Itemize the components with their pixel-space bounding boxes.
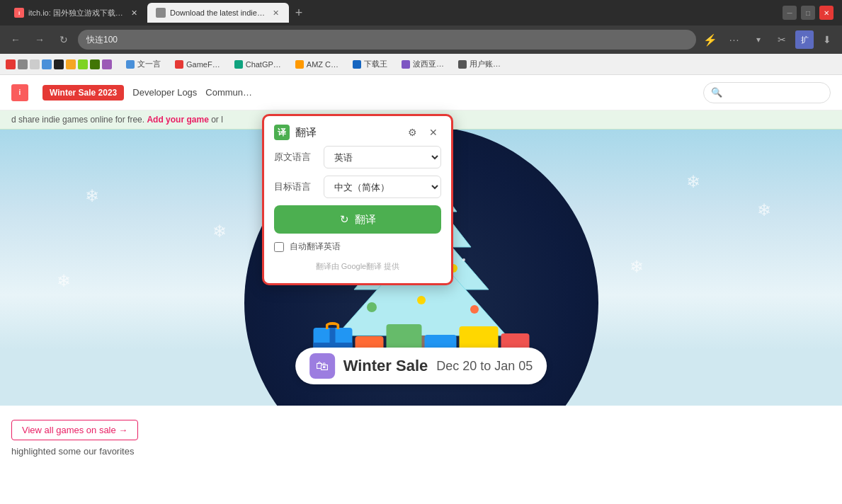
lightning-icon[interactable]: ⚡ xyxy=(700,30,720,50)
bottom-section: View all games on sale → highlighted som… xyxy=(0,406,842,471)
promo-text-after: or l xyxy=(211,115,223,125)
site-search[interactable]: 🔍 xyxy=(703,82,831,103)
translate-header-icons: ⚙ ✕ xyxy=(404,125,441,140)
address-bar[interactable]: 快连100 xyxy=(78,30,696,50)
translate-logo-icon: 译 xyxy=(274,125,290,140)
snowflake-5: ❄ xyxy=(57,271,71,291)
translate-popup: 译 翻译 ⚙ ✕ 原文语言 英语 中文（简体） 日语 韩语 目标语言 xyxy=(262,114,453,285)
address-bar-row: ← → ↻ 快连100 ⚡ ··· ▾ ✂ 扩 ⬇ xyxy=(0,25,842,54)
bookmark-wenyi[interactable]: 文一言 xyxy=(120,57,166,72)
tab-close-download[interactable]: ✕ xyxy=(271,8,280,18)
svg-point-19 xyxy=(462,258,465,261)
bookmark-swatch-5[interactable] xyxy=(54,59,64,69)
add-game-link[interactable]: Add your game xyxy=(147,115,208,125)
source-lang-select[interactable]: 英语 中文（简体） 日语 韩语 xyxy=(324,146,441,168)
scissors-icon[interactable]: ✂ xyxy=(773,30,791,49)
tab-favicon-itch: i xyxy=(14,8,24,18)
page-content: i Winter Sale 2023 Developer Logs Commun… xyxy=(0,75,842,504)
bookmark-chatgpt[interactable]: ChatGP… xyxy=(229,57,287,72)
bookmark-swatch-6[interactable] xyxy=(66,59,76,69)
bookmark-favicon-amz xyxy=(295,60,304,69)
badge-store-icon: 🛍 xyxy=(309,353,335,379)
site-logo: i xyxy=(11,84,28,101)
extension-icon[interactable]: 扩 xyxy=(795,30,814,49)
winter-sale-nav-btn[interactable]: Winter Sale 2023 xyxy=(42,85,124,101)
view-all-games-button[interactable]: View all games on sale → xyxy=(11,420,138,440)
snowflake-2: ❄ xyxy=(686,172,700,192)
bookmark-user[interactable]: 用户账… xyxy=(453,57,506,72)
tab-label-download: Download the latest indie g… xyxy=(170,8,266,17)
site-nav: Winter Sale 2023 Developer Logs Commun… xyxy=(42,85,252,101)
badge-dates: Dec 20 to Jan 05 xyxy=(436,359,533,374)
bookmark-favicon-dlking xyxy=(353,60,361,69)
auto-translate-checkbox[interactable] xyxy=(274,242,284,252)
site-header: i Winter Sale 2023 Developer Logs Commun… xyxy=(0,75,842,110)
snowflake-3: ❄ xyxy=(212,222,227,241)
bookmark-favicon-posiya xyxy=(402,60,410,69)
itch-logo-icon: i xyxy=(11,84,28,101)
tab-label-itch: itch.io: 国外独立游戏下载分享… xyxy=(28,8,125,18)
reload-button[interactable]: ↻ xyxy=(54,30,74,50)
dropdown-button[interactable]: ▾ xyxy=(749,30,768,50)
translate-close-icon[interactable]: ✕ xyxy=(426,125,441,140)
community-link[interactable]: Commun… xyxy=(205,87,252,98)
promo-text: d share indie games online for free. xyxy=(11,115,144,125)
auto-translate-label: 自动翻译英语 xyxy=(290,241,341,253)
target-lang-label: 目标语言 xyxy=(274,181,317,193)
bookmark-download-king[interactable]: 下载王 xyxy=(347,57,393,72)
svg-point-12 xyxy=(470,305,479,314)
translate-logo-area: 译 翻译 xyxy=(274,125,317,140)
snowflake-4: ❄ xyxy=(757,200,771,220)
bookmark-swatch-8[interactable] xyxy=(90,59,100,69)
bookmark-swatch-1[interactable] xyxy=(6,59,16,69)
translate-body: 原文语言 英语 中文（简体） 日语 韩语 目标语言 中文（简体） 英语 日语 韩… xyxy=(264,146,451,253)
window-close[interactable]: ✕ xyxy=(819,6,834,20)
favorites-text: highlighted some our favorites xyxy=(11,446,831,457)
download-icon[interactable]: ⬇ xyxy=(818,30,836,49)
search-icon: 🔍 xyxy=(711,87,722,98)
developer-logs-link[interactable]: Developer Logs xyxy=(132,87,197,98)
winter-sale-badge: 🛍 Winter Sale Dec 20 to Jan 05 xyxy=(295,348,547,384)
svg-point-11 xyxy=(367,302,377,312)
bookmark-swatch-7[interactable] xyxy=(78,59,88,69)
translate-button[interactable]: ↻ 翻译 xyxy=(274,205,441,234)
window-maximize[interactable]: □ xyxy=(801,6,815,20)
bookmark-swatch-3[interactable] xyxy=(30,59,40,69)
bookmark-swatch-4[interactable] xyxy=(42,59,52,69)
svg-point-13 xyxy=(417,296,426,304)
snowflake-1: ❄ xyxy=(85,186,99,206)
tab-download[interactable]: Download the latest indie g… ✕ xyxy=(147,3,289,23)
tab-close-itch[interactable]: ✕ xyxy=(129,8,139,18)
translate-auto-row: 自动翻译英语 xyxy=(274,241,441,253)
translate-title: 翻译 xyxy=(295,126,317,139)
translate-source-row: 原文语言 英语 中文（简体） 日语 韩语 xyxy=(274,146,441,168)
bookmark-posiya[interactable]: 波西亚… xyxy=(396,57,450,72)
bookmark-favicon-gamef xyxy=(175,60,183,69)
bookmark-favicon-wenyi xyxy=(126,60,135,69)
translate-header: 译 翻译 ⚙ ✕ xyxy=(264,116,451,146)
tab-favicon-download xyxy=(156,8,166,18)
bookmark-amz[interactable]: AMZ C… xyxy=(290,57,344,72)
translate-button-icon: ↻ xyxy=(340,213,349,226)
translate-button-label: 翻译 xyxy=(355,213,376,227)
tab-bar: i itch.io: 国外独立游戏下载分享… ✕ Download the la… xyxy=(0,0,842,25)
bookmark-favicon-user xyxy=(458,60,467,69)
forward-button[interactable]: → xyxy=(30,30,50,50)
new-tab-button[interactable]: + xyxy=(289,3,309,23)
source-lang-label: 原文语言 xyxy=(274,151,317,164)
snowflake-6: ❄ xyxy=(630,257,644,277)
window-minimize[interactable]: ─ xyxy=(783,6,797,20)
target-lang-select[interactable]: 中文（简体） 英语 日语 韩语 xyxy=(324,176,441,198)
bookmark-swatch-2[interactable] xyxy=(18,59,28,69)
bookmark-favicon-chatgpt xyxy=(234,60,243,69)
badge-title: Winter Sale xyxy=(343,357,428,375)
bookmark-gamef[interactable]: GameF… xyxy=(169,57,226,72)
back-button[interactable]: ← xyxy=(6,30,25,50)
translate-target-row: 目标语言 中文（简体） 英语 日语 韩语 xyxy=(274,176,441,198)
menu-dots-button[interactable]: ··· xyxy=(724,30,744,50)
bookmark-swatch-9[interactable] xyxy=(102,59,112,69)
tab-itch[interactable]: i itch.io: 国外独立游戏下载分享… ✕ xyxy=(6,3,147,23)
translate-settings-icon[interactable]: ⚙ xyxy=(404,125,420,140)
bookmarks-bar: 文一言 GameF… ChatGP… AMZ C… 下载王 波西亚… 用户账… xyxy=(0,54,842,75)
translate-footer: 翻译由 Google翻译 提供 xyxy=(264,261,451,272)
